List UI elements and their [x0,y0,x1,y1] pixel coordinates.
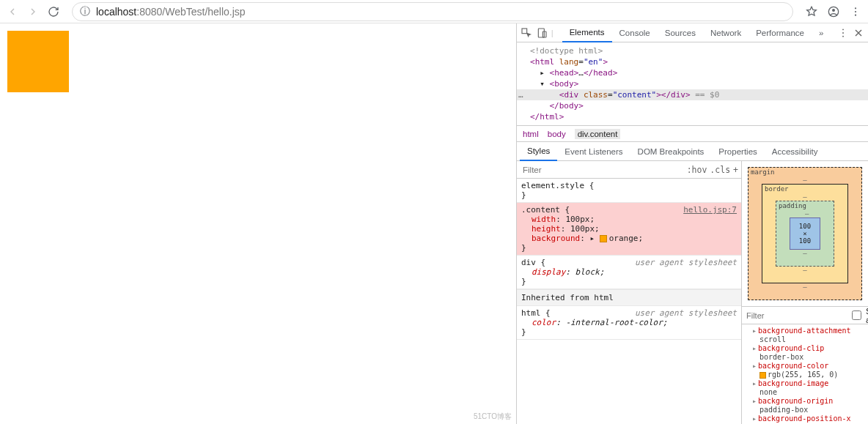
dom-line[interactable]: ▸ <head>…</head> [517,67,868,78]
dom-line[interactable]: <!doctype html> [517,45,868,56]
address-bar[interactable]: ⓘ localhost:8080/WebTest/hello.jsp [72,2,793,21]
styles-subtabs: Styles Event Listeners DOM Breakpoints P… [517,142,868,161]
svg-point-8 [842,29,844,30]
computed-value: border-box [745,353,865,361]
breadcrumb: html body div.content [517,126,868,142]
svg-point-1 [832,9,835,12]
rule-src-link[interactable]: hello.jsp:7 [683,205,737,215]
inspect-icon[interactable] [520,26,532,40]
rules-list: element.style {} hello.jsp:7 .content { … [517,179,741,424]
bookmark-star-icon[interactable] [803,4,820,20]
devtools-close-icon[interactable] [853,26,865,40]
back-icon[interactable] [4,4,21,20]
panes: :hov .cls + element.style {} hello.jsp:7… [517,161,868,424]
svg-point-3 [855,10,856,12]
svg-point-2 [855,7,856,9]
svg-rect-5 [522,29,527,34]
styles-filter-input[interactable] [517,165,684,174]
show-all-checkbox[interactable] [852,310,861,320]
subtab-dom-breakpoints[interactable]: DOM Breakpoints [630,142,712,160]
subtab-accessibility[interactable]: Accessibility [765,142,825,160]
tab-network[interactable]: Network [703,23,749,42]
computed-pane: margin – border – padding – 100 × 100 – … [742,161,868,424]
crumb-html[interactable]: html [523,130,539,138]
tab-elements[interactable]: Elements [562,23,612,42]
browser-menu-icon[interactable] [847,4,864,20]
browser-toolbar: ⓘ localhost:8080/WebTest/hello.jsp [0,0,868,23]
site-info-icon[interactable]: ⓘ [80,5,90,18]
computed-filter-input[interactable] [746,311,847,320]
dom-line[interactable]: </body> [517,100,868,111]
url-host: localhost [96,6,136,18]
box-model[interactable]: margin – border – padding – 100 × 100 – … [742,161,868,307]
reload-icon[interactable] [45,4,62,20]
watermark: 51CTO博客 [474,412,512,422]
cls-toggle[interactable]: .cls [710,165,730,175]
url-path: :8080/WebTest/hello.jsp [136,6,245,18]
content-div [7,31,69,92]
page-viewport: 51CTO博客 [0,23,516,424]
tab-performance[interactable]: Performance [749,23,812,42]
devtools-panel: | Elements Console Sources Network Perfo… [516,23,868,424]
computed-row[interactable]: ▸background-image [745,379,865,388]
computed-row[interactable]: ▸background-position-x [745,414,865,423]
computed-value: rgb(255, 165, 0) [745,371,865,379]
dom-line[interactable]: ▾ <body> [517,78,868,89]
svg-point-9 [842,32,844,34]
crumb-div-content[interactable]: div.content [575,129,621,139]
svg-rect-6 [538,29,544,37]
dom-line-selected[interactable]: <div class="content"></div> == $0 [517,89,868,100]
forward-icon[interactable] [25,4,41,20]
rule-element-style[interactable]: element.style {} [517,179,741,203]
add-rule-icon[interactable]: + [733,165,738,175]
crumb-body[interactable]: body [548,130,566,138]
dom-tree[interactable]: <!doctype html> <html lang="en"> ▸ <head… [517,42,868,126]
inherited-separator: Inherited from html [517,289,741,306]
computed-row[interactable]: ▸background-color [745,361,865,371]
device-toggle-icon[interactable] [535,26,548,40]
subtab-properties[interactable]: Properties [711,142,764,160]
dom-line[interactable]: <html lang="en"> [517,56,868,67]
computed-value: scroll [745,335,865,343]
devtools-menu-icon[interactable] [836,26,849,40]
profile-icon[interactable] [825,4,842,20]
subtab-styles[interactable]: Styles [520,143,557,161]
computed-filter-bar: Show all [742,307,868,324]
computed-value: padding-box [745,406,865,414]
devtools-tabs: Elements Console Sources Network Perform… [562,23,831,42]
dom-line[interactable]: </html> [517,111,868,122]
rule-content[interactable]: hello.jsp:7 .content { width: 100px; hei… [517,203,741,256]
main-area: 51CTO博客 | Elements Console Sources Netwo… [0,23,868,424]
styles-pane: :hov .cls + element.style {} hello.jsp:7… [517,161,742,424]
rule-html[interactable]: user agent stylesheet html { color: -int… [517,306,741,340]
styles-filter-bar: :hov .cls + [517,161,741,179]
subtab-event-listeners[interactable]: Event Listeners [557,142,630,160]
color-swatch-icon[interactable] [600,235,607,242]
box-model-content: 100 × 100 [790,217,820,250]
computed-row[interactable]: ▸background-origin [745,396,865,406]
svg-point-4 [855,14,856,15]
svg-point-10 [842,35,844,37]
computed-list: ▸background-attachmentscroll▸background-… [742,324,868,424]
computed-row[interactable]: ▸background-attachment [745,326,865,335]
hov-toggle[interactable]: :hov [687,165,707,175]
devtools-top-bar: | Elements Console Sources Network Perfo… [517,23,868,42]
tab-more-icon[interactable]: » [812,23,831,42]
computed-value: none [745,388,865,396]
computed-row[interactable]: ▸background-clip [745,343,865,353]
tab-sources[interactable]: Sources [658,23,703,42]
tab-console[interactable]: Console [612,23,658,42]
rule-div[interactable]: user agent stylesheet div { display: blo… [517,256,741,289]
